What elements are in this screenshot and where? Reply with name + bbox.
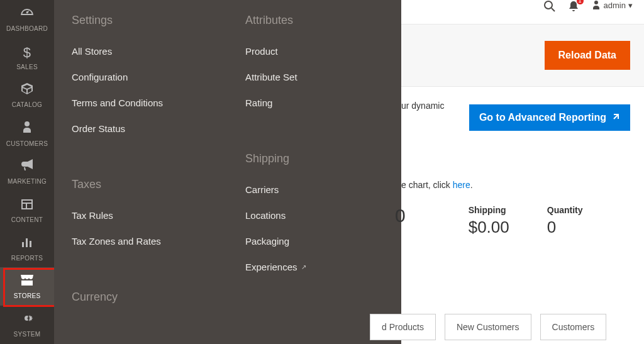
- tax-rules-link[interactable]: Tax Rules: [72, 203, 210, 228]
- advanced-text-fragment: ur dynamic: [401, 101, 444, 111]
- nav-label: CONTENT: [11, 216, 43, 223]
- nav-stores[interactable]: STORES: [0, 267, 54, 306]
- external-link-icon: [611, 113, 620, 123]
- chart-hint-row: e chart, click here.: [401, 131, 644, 190]
- user-icon: [591, 0, 601, 10]
- attributes-heading: Attributes: [245, 14, 384, 27]
- chart-here-link[interactable]: here: [453, 180, 470, 190]
- all-stores-link[interactable]: All Stores: [72, 38, 210, 64]
- admin-topbar: 1 admin ▾: [401, 0, 644, 16]
- chevron-down-icon: ▾: [628, 1, 633, 10]
- taxes-heading: Taxes: [72, 178, 210, 191]
- nav-label: STORES: [14, 292, 41, 299]
- quantity-label: Quantity: [547, 205, 583, 215]
- megaphone-icon: [20, 159, 34, 175]
- gauge-icon: [19, 6, 35, 23]
- reload-data-button[interactable]: Reload Data: [545, 41, 630, 70]
- flyout-col-left: Settings All Stores Configuration Terms …: [54, 0, 228, 344]
- nav-customers[interactable]: CUSTOMERS: [0, 114, 54, 153]
- nav-sales[interactable]: $ SALES: [0, 38, 54, 77]
- shipping-value: $0.00: [469, 218, 509, 237]
- settings-heading: Settings: [72, 14, 210, 27]
- tab-customers[interactable]: Customers: [540, 314, 607, 340]
- nav-catalog[interactable]: CATALOG: [0, 77, 54, 115]
- order-status-link[interactable]: Order Status: [72, 116, 210, 141]
- dollar-icon: $: [23, 45, 31, 61]
- admin-leftnav: DASHBOARD $ SALES CATALOG CUSTOMERS MARK…: [0, 0, 54, 344]
- bars-icon: [21, 236, 33, 252]
- stats-row: 0 Shipping $0.00 Quantity 0: [401, 205, 644, 237]
- nav-label: SYSTEM: [14, 331, 41, 338]
- currency-heading: Currency: [72, 291, 210, 304]
- advanced-reporting-row: ur dynamic Go to Advanced Reporting: [401, 87, 644, 111]
- external-icon: ↗: [301, 264, 306, 270]
- quantity-value: 0: [547, 218, 583, 237]
- dashboard-content: 1 admin ▾ Reload Data ur dynamic Go to A…: [401, 0, 644, 344]
- carriers-link[interactable]: Carriers: [245, 177, 384, 203]
- packaging-link[interactable]: Packaging: [245, 228, 384, 254]
- rating-link[interactable]: Rating: [245, 90, 384, 116]
- page-header: Reload Data: [401, 24, 644, 87]
- nav-system[interactable]: SYSTEM: [0, 306, 54, 344]
- nav-dashboard[interactable]: DASHBOARD: [0, 0, 54, 38]
- nav-label: CATALOG: [12, 101, 42, 108]
- chart-period: .: [470, 180, 473, 190]
- nav-marketing[interactable]: MARKETING: [0, 153, 54, 191]
- nav-label: REPORTS: [11, 255, 43, 262]
- nav-label: CUSTOMERS: [6, 140, 48, 147]
- gear-icon: [21, 312, 33, 328]
- box-icon: [20, 82, 34, 99]
- shipping-label: Shipping: [469, 205, 509, 215]
- svg-point-0: [545, 1, 552, 9]
- nav-label: DASHBOARD: [6, 25, 48, 32]
- nav-reports[interactable]: REPORTS: [0, 230, 54, 268]
- advanced-reporting-button[interactable]: Go to Advanced Reporting: [469, 104, 630, 131]
- experiences-label: Experiences: [245, 262, 297, 272]
- shipping-heading: Shipping: [245, 152, 384, 165]
- flyout-col-right: Attributes Product Attribute Set Rating …: [228, 0, 401, 344]
- stores-flyout: Settings All Stores Configuration Terms …: [54, 0, 401, 344]
- nav-label: SALES: [16, 64, 38, 70]
- admin-account-menu[interactable]: admin ▾: [591, 0, 633, 10]
- experiences-link[interactable]: Experiences ↗: [245, 254, 384, 280]
- advanced-reporting-label: Go to Advanced Reporting: [479, 112, 606, 123]
- tab-products[interactable]: d Products: [370, 314, 436, 340]
- terms-link[interactable]: Terms and Conditions: [72, 90, 210, 116]
- attribute-set-link[interactable]: Attribute Set: [245, 64, 384, 90]
- tab-new-customers[interactable]: New Customers: [445, 314, 531, 340]
- dashboard-tabs: d Products New Customers Customers: [401, 314, 606, 340]
- store-icon: [19, 274, 35, 290]
- search-icon[interactable]: [543, 0, 556, 16]
- configuration-link[interactable]: Configuration: [72, 64, 210, 90]
- nav-label: MARKETING: [8, 178, 47, 185]
- person-icon: [22, 120, 32, 138]
- locations-link[interactable]: Locations: [245, 203, 384, 228]
- product-attr-link[interactable]: Product: [245, 38, 384, 64]
- notifications-icon[interactable]: 1: [567, 0, 580, 16]
- svg-line-1: [552, 8, 555, 11]
- tax-zones-link[interactable]: Tax Zones and Rates: [72, 228, 210, 254]
- layout-icon: [21, 197, 33, 214]
- nav-content[interactable]: CONTENT: [0, 191, 54, 230]
- stat-zero: 0: [395, 205, 406, 226]
- chart-text-fragment: e chart, click: [401, 180, 453, 190]
- admin-username: admin: [604, 1, 626, 10]
